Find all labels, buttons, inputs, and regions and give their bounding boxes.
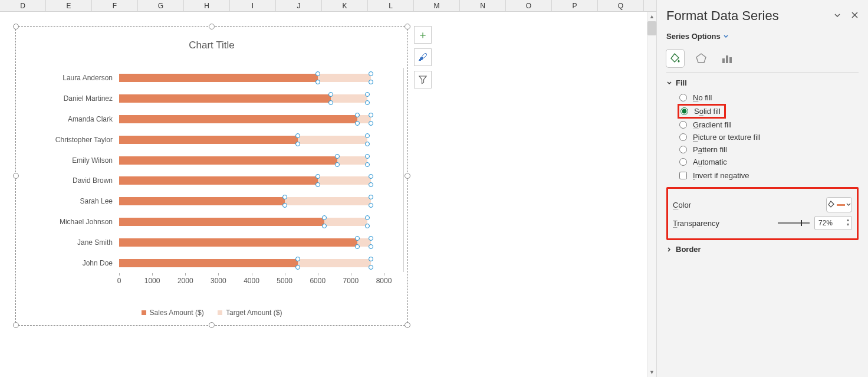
- scroll-thumb[interactable]: [647, 21, 656, 35]
- selection-handle[interactable]: [365, 162, 370, 167]
- selection-handle[interactable]: [295, 133, 300, 138]
- bar-series-sales[interactable]: [119, 136, 298, 144]
- fill-section-toggle[interactable]: Fill: [666, 78, 859, 87]
- bar-row[interactable]: [119, 136, 384, 144]
- radio-pattern-fill[interactable]: Pattern fill: [679, 145, 859, 154]
- bar-row[interactable]: [119, 74, 384, 82]
- bar-row[interactable]: [119, 259, 384, 267]
- selection-handle[interactable]: [282, 203, 287, 208]
- chart-title[interactable]: Chart Title: [16, 27, 407, 51]
- effects-tab[interactable]: [692, 50, 710, 67]
- series-options-dropdown[interactable]: Series Options: [666, 32, 729, 41]
- column-header[interactable]: P: [552, 0, 598, 11]
- bar-row[interactable]: [119, 94, 384, 103]
- selection-handle[interactable]: [369, 257, 373, 261]
- selection-handle[interactable]: [295, 142, 300, 146]
- radio-solid-fill[interactable]: Solid fill: [679, 106, 724, 117]
- resize-handle[interactable]: [405, 173, 410, 179]
- selection-handle[interactable]: [365, 100, 370, 105]
- selection-handle[interactable]: [328, 92, 333, 97]
- selection-handle[interactable]: [355, 121, 360, 126]
- invert-if-negative-checkbox[interactable]: Invert if negative: [679, 171, 859, 180]
- selection-handle[interactable]: [328, 100, 333, 105]
- column-header[interactable]: N: [460, 0, 506, 11]
- radio-no-fill[interactable]: No fill: [679, 93, 859, 102]
- selection-handle[interactable]: [369, 203, 373, 208]
- selection-handle[interactable]: [355, 236, 360, 241]
- selection-handle[interactable]: [295, 257, 300, 261]
- series-options-tab[interactable]: [718, 50, 736, 67]
- selection-handle[interactable]: [369, 121, 373, 126]
- selection-handle[interactable]: [369, 113, 373, 117]
- legend-item[interactable]: Target Amount ($): [218, 309, 282, 317]
- scroll-down-arrow[interactable]: ▼: [647, 368, 656, 377]
- slider-thumb[interactable]: [801, 220, 802, 226]
- bar-series-sales[interactable]: [119, 115, 357, 123]
- chart-object[interactable]: Chart Title Laura AndersonDaniel Martine…: [15, 26, 408, 326]
- chart-styles-button[interactable]: 🖌: [414, 48, 432, 66]
- radio-picture-fill[interactable]: Picture or texture fill: [679, 133, 859, 142]
- column-header[interactable]: G: [138, 0, 184, 11]
- fill-color-button[interactable]: [826, 197, 852, 212]
- selection-handle[interactable]: [315, 174, 320, 179]
- selection-handle[interactable]: [365, 224, 370, 228]
- column-header[interactable]: Q: [598, 0, 644, 11]
- selection-handle[interactable]: [369, 182, 373, 187]
- chart-elements-button[interactable]: ＋: [414, 26, 432, 44]
- resize-handle[interactable]: [13, 322, 19, 328]
- bar-row[interactable]: [119, 176, 384, 185]
- selection-handle[interactable]: [322, 224, 327, 228]
- selection-handle[interactable]: [335, 154, 340, 159]
- selection-handle[interactable]: [365, 92, 370, 97]
- bar-row[interactable]: [119, 238, 384, 247]
- column-header[interactable]: O: [506, 0, 552, 11]
- bar-series-sales[interactable]: [119, 218, 324, 226]
- selection-handle[interactable]: [322, 215, 327, 220]
- selection-handle[interactable]: [315, 80, 320, 84]
- column-header[interactable]: I: [230, 0, 276, 11]
- selection-handle[interactable]: [365, 133, 370, 138]
- selection-handle[interactable]: [369, 174, 373, 179]
- column-header[interactable]: L: [368, 0, 414, 11]
- selection-handle[interactable]: [315, 182, 320, 187]
- selection-handle[interactable]: [369, 236, 373, 241]
- resize-handle[interactable]: [405, 322, 410, 328]
- resize-handle[interactable]: [209, 322, 215, 328]
- selection-handle[interactable]: [365, 154, 370, 159]
- transparency-slider[interactable]: [778, 222, 810, 224]
- column-header[interactable]: J: [276, 0, 322, 11]
- bar-row[interactable]: [119, 197, 384, 205]
- panel-options-icon[interactable]: [833, 11, 841, 21]
- bar-row[interactable]: [119, 115, 384, 123]
- spinner-arrows[interactable]: ▴▾: [847, 218, 849, 227]
- resize-handle[interactable]: [405, 24, 410, 29]
- bar-series-sales[interactable]: [119, 176, 318, 185]
- selection-handle[interactable]: [295, 265, 300, 270]
- resize-handle[interactable]: [209, 24, 215, 29]
- selection-handle[interactable]: [355, 244, 360, 249]
- bar-row[interactable]: [119, 218, 384, 226]
- selection-handle[interactable]: [315, 71, 320, 76]
- bar-row[interactable]: [119, 156, 384, 165]
- column-header[interactable]: E: [46, 0, 92, 11]
- selection-handle[interactable]: [355, 113, 360, 117]
- selection-handle[interactable]: [365, 142, 370, 146]
- scroll-up-arrow[interactable]: ▲: [647, 12, 656, 21]
- bar-series-sales[interactable]: [119, 74, 318, 82]
- column-header[interactable]: H: [184, 0, 230, 11]
- resize-handle[interactable]: [13, 173, 19, 179]
- bar-series-sales[interactable]: [119, 259, 298, 267]
- column-header[interactable]: M: [414, 0, 460, 11]
- selection-handle[interactable]: [369, 80, 373, 84]
- column-header[interactable]: F: [92, 0, 138, 11]
- radio-gradient-fill[interactable]: Gradient fill: [679, 120, 859, 129]
- bar-series-sales[interactable]: [119, 197, 285, 205]
- plot-area[interactable]: [119, 68, 384, 272]
- bar-series-sales[interactable]: [119, 156, 337, 165]
- legend-item[interactable]: Sales Amount ($): [142, 309, 204, 317]
- selection-handle[interactable]: [365, 215, 370, 220]
- bar-series-sales[interactable]: [119, 238, 357, 247]
- selection-handle[interactable]: [369, 195, 373, 199]
- selection-handle[interactable]: [369, 265, 373, 270]
- selection-handle[interactable]: [369, 71, 373, 76]
